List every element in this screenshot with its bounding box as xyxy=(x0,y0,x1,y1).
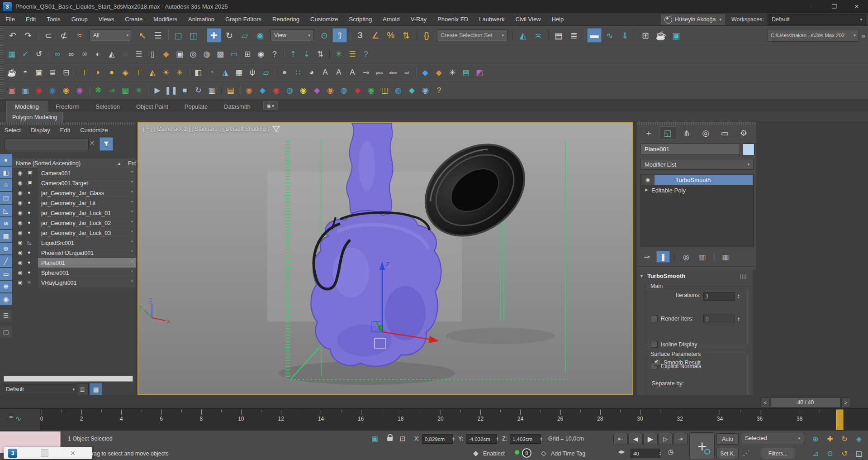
current-frame-field[interactable]: 40 xyxy=(631,449,660,458)
rollout-header[interactable]: ▼ TurboSmooth xyxy=(640,273,685,279)
isolate-selection-icon[interactable]: ▣ xyxy=(372,435,378,443)
visibility-eye-icon[interactable]: ◉ xyxy=(18,190,22,196)
key-filters-button[interactable]: Filters... xyxy=(760,448,796,459)
container-icon[interactable]: ▣ xyxy=(173,48,186,61)
time-slider[interactable] xyxy=(836,409,844,431)
vray-proxy-icon[interactable]: ▦ xyxy=(232,66,245,79)
visibility-eye-icon[interactable]: ◉ xyxy=(18,240,22,246)
display-groups-toggle[interactable]: ▩ xyxy=(0,230,12,242)
explorer-horizontal-scrollbar[interactable] xyxy=(4,376,133,382)
select-and-link-icon[interactable]: ⊂ xyxy=(41,28,56,43)
key-mode-icon[interactable]: ⋰ xyxy=(743,449,749,457)
visibility-eye-icon[interactable]: ◉ xyxy=(18,200,22,206)
motion-tab[interactable]: ◎ xyxy=(697,126,714,140)
render-setup-icon[interactable]: ☕ xyxy=(654,28,668,43)
stereo-camera-2-icon[interactable]: ∞ xyxy=(65,48,77,61)
document-icon[interactable]: ▯ xyxy=(146,48,159,61)
3dsmax-taskbar-icon[interactable]: 3 xyxy=(8,449,17,458)
video-camera-icon[interactable]: ▩ xyxy=(214,48,227,61)
explorer-column-header[interactable]: Name (Sorted Ascending) ▲ Frozen xyxy=(12,158,136,169)
ribbon-tab[interactable]: Freeform xyxy=(47,101,88,112)
display-shapes-toggle[interactable]: ◧ xyxy=(0,167,12,178)
visibility-eye-icon[interactable]: ◉ xyxy=(18,230,22,236)
rendered-frame-window-icon[interactable]: ▣ xyxy=(669,28,683,43)
forest-icon[interactable]: ✳ xyxy=(332,48,345,61)
pin-icon[interactable]: * xyxy=(131,180,133,185)
explorer-row[interactable]: ◉ ● jar_Geometry_Jar_Lit * xyxy=(12,198,136,208)
window-crossing-icon[interactable]: ◫ xyxy=(186,28,201,43)
pin-icon[interactable]: * xyxy=(131,279,133,285)
display-tab[interactable]: ▭ xyxy=(716,126,733,140)
phoenix-foam-preset-icon[interactable]: ◉ xyxy=(60,84,72,97)
toggle-scene-explorer-icon[interactable]: ▤ xyxy=(551,28,566,43)
wheel-icon[interactable]: ◉ xyxy=(255,48,267,61)
vray-sphere-gray-icon[interactable]: ● xyxy=(278,66,291,79)
pan-icon[interactable]: ✚ xyxy=(824,433,836,444)
toolbar-overflow-button[interactable]: » xyxy=(862,32,865,39)
orbit-icon[interactable]: ↻ xyxy=(839,433,850,444)
phoenix-fire-preset-icon[interactable]: ◉ xyxy=(33,84,45,97)
phoenix-tool-6-icon[interactable]: ◆ xyxy=(311,84,323,97)
pin-icon[interactable]: * xyxy=(131,269,133,275)
rollout-drag-dots[interactable] xyxy=(740,274,746,279)
edit-named-selection-sets-icon[interactable]: {} xyxy=(419,28,434,43)
phoenix-tool-10-icon[interactable]: ◉ xyxy=(365,84,378,97)
next-frame-button[interactable]: ▷ xyxy=(658,433,673,445)
go-to-end-button[interactable]: ⇥ xyxy=(673,433,688,445)
vray-sky-icon[interactable]: ✳ xyxy=(173,66,186,79)
phoenix-source-icon[interactable]: ❋ xyxy=(92,84,104,97)
visibility-eye-icon[interactable]: ◉ xyxy=(18,170,22,176)
vray-sun-icon[interactable]: ☀ xyxy=(160,66,172,79)
isoline-display-checkbox[interactable] xyxy=(651,341,658,348)
vray-teapot-icon[interactable]: ☕ xyxy=(5,66,18,79)
selection-check-icon[interactable]: ✓ xyxy=(19,48,32,61)
display-spacewarps-toggle[interactable]: ≋ xyxy=(0,217,12,229)
y-coordinate-field[interactable]: -4,032cm xyxy=(466,434,497,444)
menu-item[interactable]: Phoenix FD xyxy=(432,13,474,26)
explorer-row[interactable]: ◉ ● jar_Geometry_Jar_Glass * xyxy=(12,188,136,198)
play-button[interactable]: ▶ xyxy=(643,433,658,445)
visibility-eye-icon[interactable]: ◉ xyxy=(18,249,22,256)
explorer-menu-item[interactable]: Select xyxy=(5,127,21,134)
vray-palette-icon[interactable]: ◕ xyxy=(305,66,318,79)
vray-text-a2-icon[interactable]: A xyxy=(332,66,345,79)
display-lights-toggle[interactable]: ⌾ xyxy=(0,179,12,191)
unlink-selection-icon[interactable]: ⊄ xyxy=(57,28,71,43)
camera-viewport[interactable]: Z z y x [ + ] [ Camera001 ] [ Standard ]… xyxy=(138,122,633,395)
z-coordinate-field[interactable]: 1,402cm xyxy=(510,434,541,444)
vray-dome-icon[interactable]: ◓ xyxy=(19,66,32,79)
iterations-field[interactable]: 1 xyxy=(703,292,735,301)
vray-volume-icon[interactable]: ▱ xyxy=(260,66,272,79)
display-geometry-toggle[interactable]: ● xyxy=(0,154,12,166)
ribbon-minimize-button[interactable]: ▣▾ xyxy=(263,101,278,110)
vray-photo-icon[interactable]: ▤ xyxy=(460,66,472,79)
pin-stack-icon[interactable]: ⊸ xyxy=(640,251,654,263)
list-view-toggle[interactable]: ☰ xyxy=(0,310,12,321)
phoenix-fire-sim-icon[interactable]: ▣ xyxy=(5,84,18,97)
vray-pin-icon[interactable]: ⊸ xyxy=(360,66,372,79)
display-bones-toggle[interactable]: ╱ xyxy=(0,255,12,267)
vray-text-a3-icon[interactable]: A xyxy=(346,66,359,79)
select-and-manipulate-icon[interactable]: ⇧ xyxy=(332,28,347,43)
toggle-ribbon-icon[interactable]: ▬ xyxy=(587,28,602,43)
toolbar-grip[interactable] xyxy=(0,45,3,63)
vray-camera-icon[interactable]: ⊟ xyxy=(60,66,72,79)
use-pivot-point-center-icon[interactable]: ⊙ xyxy=(317,28,332,43)
vray-proc-icon[interactable]: proc xyxy=(373,66,386,79)
make-unique-icon[interactable]: ◎ xyxy=(679,251,693,263)
light-icon[interactable]: ⌾ xyxy=(78,48,91,61)
selection-filter-dropdown[interactable]: All▾ xyxy=(90,29,132,41)
phoenix-tool-12-icon[interactable]: ◍ xyxy=(392,84,405,97)
select-and-move-icon[interactable]: ✚ xyxy=(207,28,221,43)
phoenix-ocean-preset-icon[interactable]: ◉ xyxy=(73,84,86,97)
command-panel-scrollbar[interactable] xyxy=(753,270,756,395)
previous-frame-button[interactable]: ◀ xyxy=(628,433,643,445)
project-folder-dropdown[interactable]: C:\Users\hakan...s\3ds Max 202▾ xyxy=(768,29,859,42)
pin-icon[interactable]: * xyxy=(131,170,133,175)
layer-explorer-mode-button[interactable]: ≣ xyxy=(76,383,89,395)
shield-icon[interactable]: ◆ xyxy=(473,449,479,457)
vray-sphere-light-icon[interactable]: ● xyxy=(105,66,118,79)
auto-key-button[interactable]: Auto xyxy=(716,433,739,445)
explorer-row[interactable]: ◉ ● Plane001 * xyxy=(12,258,136,268)
hierarchy-tab[interactable]: ⋔ xyxy=(678,126,695,140)
